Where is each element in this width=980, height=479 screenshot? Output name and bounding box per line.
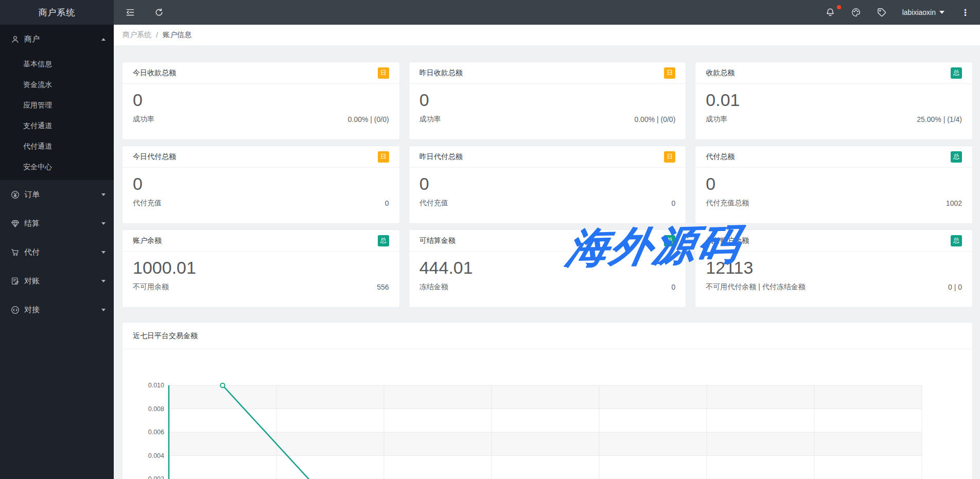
card-footer: 成功率0.00% | (0/0) [122, 110, 399, 124]
card-footer-label: 成功率 [133, 115, 154, 124]
sidebar-item-label: 对账 [24, 276, 101, 286]
bell-icon[interactable] [825, 7, 835, 17]
sidebar-item-结算[interactable]: 结算 [0, 209, 114, 238]
card-header: 代付账户余额总 [695, 230, 972, 252]
navbar-right: labixiaoxin ⋮ [825, 7, 971, 17]
sidebar-subitem-支付通道[interactable]: 支付通道 [0, 115, 114, 136]
card-footer-label: 代付充值 [133, 199, 162, 208]
breadcrumb-current: 账户信息 [163, 30, 191, 40]
chevron-down-icon [939, 11, 944, 14]
sidebar-group-订单: 订单 [0, 180, 114, 209]
sidebar-subitem-代付通道[interactable]: 代付通道 [0, 136, 114, 156]
navbar-left [125, 7, 164, 17]
palette-icon[interactable] [851, 7, 861, 17]
card-footer-value: 0 [385, 199, 389, 207]
sidebar-subitem-安全中心[interactable]: 安全中心 [0, 156, 114, 177]
card-badge: 总 [951, 67, 962, 79]
card-footer-value: 1002 [946, 199, 962, 207]
svg-text:0.010: 0.010 [148, 382, 164, 389]
card-badge: 日 [378, 151, 389, 163]
card-footer-label: 代付充值总额 [706, 199, 749, 208]
user-menu[interactable]: labixiaoxin [902, 8, 944, 16]
sidebar-group-代付: 代付 [0, 238, 114, 267]
card-title: 收款总额 [706, 68, 734, 78]
code-icon [10, 305, 20, 315]
card-badge: 总 [378, 235, 389, 246]
memo-icon [10, 276, 20, 286]
main-content: 今日收款总额日0成功率0.00% | (0/0)昨日收款总额日0成功率0.00%… [114, 45, 980, 479]
sidebar-item-代付[interactable]: 代付 [0, 238, 114, 267]
card-footer-value: 0.00% | (0/0) [634, 115, 675, 123]
sidebar-subitem-资金流水[interactable]: 资金流水 [0, 74, 114, 95]
stat-card-昨日代付总额: 昨日代付总额日0代付充值0 [409, 146, 687, 224]
sidebar-item-label: 结算 [24, 219, 101, 228]
card-header: 账户余额总 [122, 230, 399, 252]
stat-card-可结算金额: 可结算金额总444.01冻结金额0 [409, 229, 687, 308]
card-footer-value: 0 [672, 283, 676, 291]
kebab-menu-icon[interactable]: ⋮ [960, 8, 971, 17]
sidebar-group-商户: 商户基本信息资金流水应用管理支付通道代付通道安全中心 [0, 25, 114, 180]
username: labixiaoxin [902, 8, 936, 16]
card-value: 0 [122, 84, 399, 110]
refresh-icon[interactable] [154, 7, 164, 17]
sidebar-menu: 商户基本信息资金流水应用管理支付通道代付通道安全中心订单结算代付对账对接 [0, 25, 114, 324]
sidebar-item-订单[interactable]: 订单 [0, 180, 114, 209]
card-title: 昨日收款总额 [419, 68, 463, 78]
card-footer: 成功率0.00% | (0/0) [409, 110, 686, 124]
chevron-down-icon [101, 309, 106, 311]
card-footer-label: 代付充值 [419, 199, 448, 208]
card-footer-label: 不可用代付余额 | 代付冻结金额 [706, 282, 805, 292]
app-title: 商户系统 [0, 0, 114, 25]
sidebar-group-对账: 对账 [0, 267, 114, 295]
card-value: 0 [122, 168, 399, 194]
stat-card-今日代付总额: 今日代付总额日0代付充值0 [122, 146, 400, 224]
card-footer-label: 不可用余额 [133, 282, 169, 292]
sidebar-subitem-应用管理[interactable]: 应用管理 [0, 95, 114, 115]
app-title-text: 商户系统 [39, 7, 76, 19]
stat-cards-grid: 今日收款总额日0成功率0.00% | (0/0)昨日收款总额日0成功率0.00%… [122, 62, 973, 308]
stat-card-账户余额: 账户余额总1000.01不可用余额556 [122, 229, 400, 308]
card-footer-label: 成功率 [706, 115, 727, 124]
stat-card-昨日收款总额: 昨日收款总额日0成功率0.00% | (0/0) [409, 62, 687, 140]
card-title: 代付总额 [706, 152, 734, 162]
stat-card-代付账户余额: 代付账户余额总12113不可用代付余额 | 代付冻结金额0 | 0 [695, 229, 973, 308]
tag-icon[interactable] [877, 7, 887, 17]
svg-text:0.006: 0.006 [148, 429, 164, 436]
sidebar-group-对接: 对接 [0, 295, 114, 324]
chevron-down-icon [101, 280, 106, 282]
card-header: 今日代付总额日 [122, 146, 399, 168]
breadcrumb-root[interactable]: 商户系统 [122, 30, 151, 40]
card-footer: 代付充值0 [122, 194, 399, 208]
svg-text:0.004: 0.004 [148, 452, 164, 459]
breadcrumb: 商户系统 / 账户信息 [114, 25, 980, 45]
card-footer-value: 0 [672, 199, 676, 207]
card-footer: 代付充值0 [409, 194, 686, 208]
chevron-down-icon [101, 251, 106, 254]
card-title: 可结算金额 [419, 236, 456, 245]
yuan-icon [10, 190, 20, 200]
card-footer-value: 556 [377, 283, 389, 291]
card-badge: 总 [951, 235, 962, 246]
card-title: 今日代付总额 [133, 152, 176, 162]
card-value: 0 [409, 168, 686, 194]
chart-title: 近七日平台交易金额 [122, 323, 972, 349]
card-header: 昨日收款总额日 [409, 62, 686, 84]
svg-text:0.008: 0.008 [148, 405, 164, 413]
card-title: 账户余额 [133, 236, 162, 245]
card-value: 1000.01 [122, 252, 399, 278]
sidebar-subitem-基本信息[interactable]: 基本信息 [0, 54, 114, 74]
card-value: 0.01 [695, 84, 972, 110]
card-header: 可结算金额总 [409, 230, 686, 252]
top-navbar: labixiaoxin ⋮ [114, 0, 980, 25]
user-icon [10, 34, 20, 44]
sidebar-item-商户[interactable]: 商户 [0, 25, 114, 54]
sidebar-item-对账[interactable]: 对账 [0, 267, 114, 295]
sidebar-item-对接[interactable]: 对接 [0, 295, 114, 324]
sidebar-item-label: 商户 [24, 34, 101, 44]
card-footer: 不可用代付余额 | 代付冻结金额0 | 0 [695, 278, 972, 292]
card-header: 今日收款总额日 [122, 62, 399, 84]
card-value: 444.01 [409, 252, 686, 278]
card-value: 0 [409, 84, 686, 110]
sidebar-toggle-icon[interactable] [125, 7, 135, 17]
sidebar: 商户系统 商户基本信息资金流水应用管理支付通道代付通道安全中心订单结算代付对账对… [0, 0, 114, 479]
